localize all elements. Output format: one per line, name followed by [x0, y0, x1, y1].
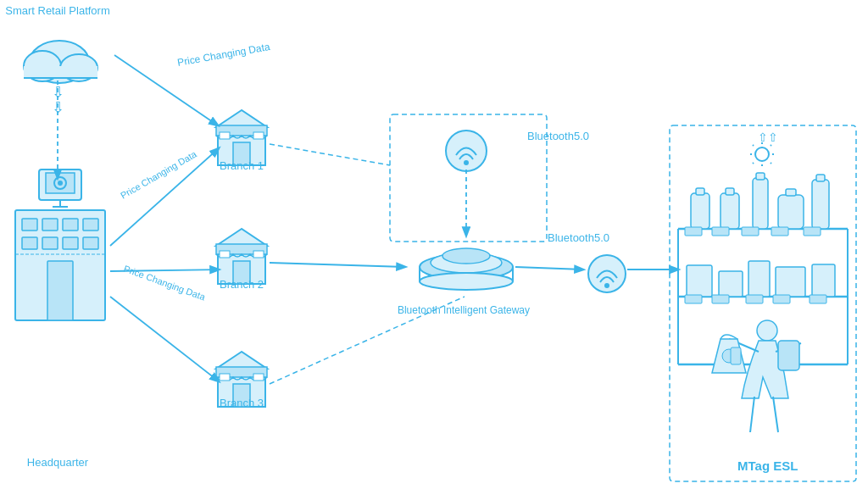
svg-rect-55: [691, 193, 709, 229]
svg-rect-18: [63, 237, 78, 249]
hq-label: Headquarter: [27, 456, 89, 469]
svg-rect-83: [778, 341, 799, 370]
svg-rect-32: [220, 251, 230, 258]
svg-rect-26: [220, 132, 230, 139]
svg-point-99: [755, 147, 769, 161]
svg-rect-12: [22, 219, 37, 231]
svg-rect-85: [731, 347, 741, 364]
svg-rect-3: [24, 66, 97, 78]
svg-rect-57: [721, 193, 739, 229]
svg-rect-15: [83, 219, 98, 231]
svg-line-93: [270, 263, 405, 267]
diagram-container: Smart Retail Platform ⇩ ⇩: [0, 0, 868, 489]
svg-rect-73: [776, 267, 805, 297]
cloud-label: Smart Retail Platform: [5, 4, 110, 17]
bt-right-label: Bluetooth5.0: [548, 231, 609, 244]
svg-line-108: [270, 297, 465, 384]
svg-marker-28: [216, 229, 267, 246]
svg-rect-56: [696, 188, 704, 195]
hq-building: [15, 169, 105, 320]
bt-sensor-top: [446, 131, 487, 171]
svg-rect-76: [712, 295, 729, 303]
svg-rect-68: [771, 227, 788, 236]
cloud-icon: [24, 41, 97, 83]
svg-point-80: [757, 320, 777, 341]
svg-line-106: [771, 145, 771, 146]
svg-line-86: [750, 397, 754, 432]
svg-marker-34: [216, 352, 267, 369]
svg-rect-75: [685, 295, 702, 303]
svg-line-105: [771, 163, 771, 164]
svg-rect-33: [253, 251, 264, 258]
gateway-label: Bluetooth Intelligent Gateway: [398, 304, 530, 316]
esl-shelf: [678, 173, 848, 432]
svg-rect-77: [746, 295, 763, 303]
svg-rect-63: [812, 180, 829, 229]
svg-rect-64: [816, 175, 825, 181]
svg-line-92: [114, 55, 218, 125]
svg-rect-66: [712, 227, 729, 236]
esl-up-arrows: ⇧⇧: [758, 131, 778, 144]
svg-line-107: [753, 163, 754, 164]
svg-rect-70: [687, 265, 712, 297]
svg-line-91: [110, 297, 219, 381]
branch1-store: [216, 110, 267, 165]
svg-rect-58: [726, 188, 734, 195]
svg-rect-16: [22, 237, 37, 249]
svg-point-49: [604, 283, 609, 288]
price-data-top-label: Price Changing Data: [176, 41, 271, 69]
gateway-icon: [420, 248, 513, 290]
price-data-1-label: Price Changing Data: [119, 148, 199, 201]
svg-line-87: [773, 397, 778, 432]
branch2-store: [216, 229, 267, 284]
svg-rect-72: [748, 261, 770, 297]
svg-marker-22: [216, 110, 267, 127]
svg-rect-67: [742, 227, 759, 236]
svg-rect-39: [253, 374, 264, 381]
svg-rect-20: [47, 261, 73, 320]
svg-rect-59: [753, 178, 768, 229]
svg-point-42: [442, 248, 490, 264]
svg-rect-62: [786, 189, 796, 196]
svg-point-43: [420, 273, 513, 290]
svg-rect-13: [42, 219, 58, 231]
svg-rect-61: [778, 195, 804, 229]
svg-rect-19: [83, 237, 98, 249]
svg-rect-79: [810, 295, 826, 303]
svg-rect-38: [220, 374, 230, 381]
mtag-esl-label: MTag ESL: [737, 458, 798, 473]
svg-rect-71: [719, 271, 743, 297]
svg-point-47: [464, 160, 469, 165]
svg-line-109: [270, 144, 390, 165]
svg-point-8: [58, 181, 63, 186]
svg-rect-74: [812, 264, 835, 297]
svg-line-94: [515, 267, 583, 270]
svg-rect-78: [773, 295, 790, 303]
branch3-label: Branch 3: [220, 397, 264, 409]
svg-rect-27: [253, 132, 264, 139]
branch1-label: Branch 1: [220, 159, 264, 172]
bt-top-label: Bluetooth5.0: [527, 130, 589, 142]
esl-sensor: [588, 255, 626, 292]
svg-rect-17: [42, 237, 58, 249]
svg-rect-60: [756, 173, 765, 180]
svg-line-104: [753, 145, 754, 146]
svg-rect-65: [685, 227, 702, 236]
svg-rect-14: [63, 219, 78, 231]
svg-rect-69: [804, 227, 821, 236]
branch2-label: Branch 2: [220, 278, 264, 291]
sun-icon: [750, 142, 774, 166]
